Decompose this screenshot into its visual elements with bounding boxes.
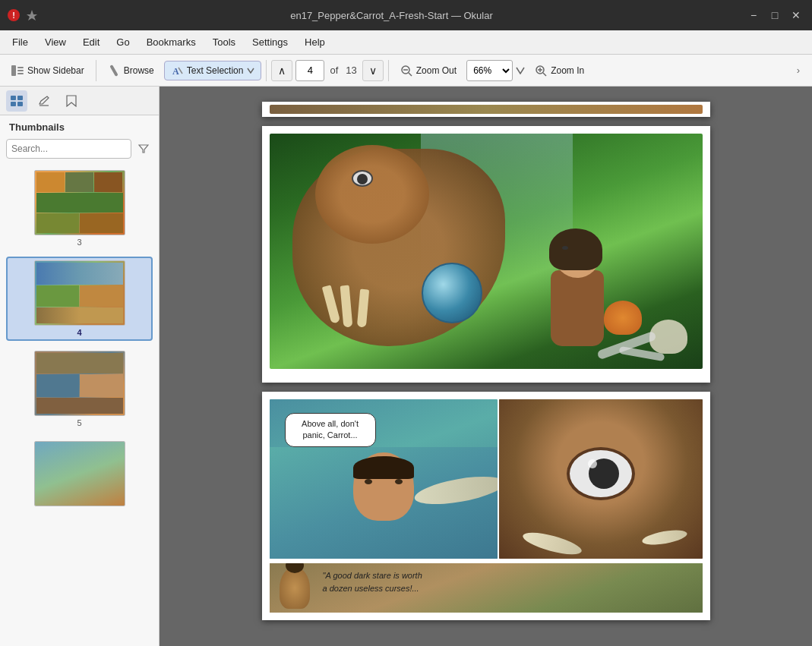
bookmarks-button[interactable]	[61, 90, 82, 112]
titlebar: ! en17_Pepper&Carrot_A-Fresh-Start — Oku…	[0, 0, 812, 30]
thumbnail-label-3: 3	[77, 238, 81, 247]
page-above-partial	[262, 102, 710, 117]
sidebar-icon	[11, 65, 24, 76]
nav-up-button[interactable]: ∧	[271, 60, 292, 81]
window-controls: − □ ✕	[744, 5, 806, 25]
toolbar: Show Sidebar Browse A Text Selection ∧ o…	[0, 55, 812, 87]
show-sidebar-button[interactable]: Show Sidebar	[5, 61, 91, 80]
panel-girl-closeup: Above all, don't panic, Carrot...	[270, 399, 498, 559]
thumbnails-list: 3 4	[0, 162, 159, 646]
thumbnail-image-3	[34, 170, 125, 235]
page-number-input[interactable]	[295, 60, 324, 81]
page-content: Above all, don't panic, Carrot...	[262, 102, 710, 631]
svg-rect-3	[17, 67, 24, 68]
menu-item-edit[interactable]: Edit	[75, 33, 107, 51]
svg-rect-5	[17, 73, 24, 74]
thumbnail-label-4: 4	[77, 328, 81, 337]
svg-line-9	[409, 73, 412, 76]
thumbnail-page-5[interactable]: 5	[6, 347, 153, 431]
toolbar-expand-button[interactable]: ›	[789, 57, 807, 84]
toolbar-separator-3	[388, 60, 389, 81]
close-button[interactable]: ✕	[786, 5, 806, 25]
search-input[interactable]	[6, 139, 131, 159]
zoom-select[interactable]: 66% 50% 75% 100% 125% 150%	[466, 60, 513, 81]
svg-line-7	[179, 68, 182, 74]
main-page-panel	[262, 126, 710, 383]
zoom-in-icon	[535, 65, 547, 77]
thumbnail-image-6	[34, 441, 125, 506]
svg-rect-4	[17, 70, 24, 71]
browse-icon	[108, 65, 120, 77]
zoom-out-button[interactable]: Zoom Out	[393, 61, 463, 80]
speech-bubble: Above all, don't panic, Carrot...	[285, 413, 376, 447]
main-area: Thumbnails 3	[0, 87, 812, 646]
svg-rect-15	[11, 96, 16, 100]
svg-text:A: A	[172, 66, 179, 77]
toolbar-separator-1	[96, 60, 96, 81]
thumbnail-page-4[interactable]: 4	[6, 257, 153, 341]
text-selection-icon: A	[171, 65, 183, 77]
window-title: en17_Pepper&Carrot_A-Fresh-Start — Okula…	[44, 10, 739, 21]
search-box-wrap	[0, 136, 159, 162]
menu-item-bookmarks[interactable]: Bookmarks	[139, 33, 204, 51]
menubar: FileViewEditGoBookmarksToolsSettingsHelp	[0, 30, 812, 55]
minimize-button[interactable]: −	[744, 5, 763, 25]
annotations-button[interactable]	[33, 90, 55, 112]
menu-item-file[interactable]: File	[5, 33, 36, 51]
svg-rect-18	[17, 102, 23, 106]
svg-text:!: !	[12, 11, 15, 20]
toolbar-separator-2	[266, 60, 267, 81]
sidebar-secondary-toolbar	[0, 87, 160, 115]
maximize-button[interactable]: □	[765, 5, 785, 25]
two-panel-row: Above all, don't panic, Carrot...	[270, 399, 703, 559]
menu-item-view[interactable]: View	[37, 33, 74, 51]
svg-rect-17	[11, 102, 16, 106]
thumbnail-image-5	[34, 351, 125, 416]
sidebar-title: Thumbnails	[0, 115, 159, 136]
main-illustration	[270, 134, 703, 369]
total-pages-label: 13	[346, 65, 356, 76]
menu-item-settings[interactable]: Settings	[245, 33, 295, 51]
app-icon-pin[interactable]	[24, 8, 39, 23]
second-page-panel: Above all, don't panic, Carrot...	[262, 392, 710, 620]
thumbnail-page-6[interactable]	[6, 437, 153, 512]
dropdown-arrow-icon	[247, 68, 254, 74]
nav-down-button[interactable]: ∨	[362, 60, 384, 81]
bottom-strip-text: "A good dark stare is worth a dozen usel…	[323, 569, 422, 594]
svg-rect-2	[11, 65, 16, 76]
svg-line-12	[543, 73, 546, 76]
text-selection-button[interactable]: A Text Selection	[164, 61, 262, 80]
menu-item-help[interactable]: Help	[297, 33, 333, 51]
menu-item-go[interactable]: Go	[109, 33, 137, 51]
zoom-in-button[interactable]: Zoom In	[528, 61, 591, 80]
app-icons: !	[6, 8, 39, 23]
sidebar: Thumbnails 3	[0, 87, 160, 646]
zoom-out-icon	[400, 65, 412, 77]
filter-button[interactable]	[134, 140, 153, 158]
menu-item-tools[interactable]: Tools	[205, 33, 243, 51]
viewer-area[interactable]: Above all, don't panic, Carrot...	[160, 87, 812, 646]
zoom-dropdown-icon	[516, 67, 525, 74]
thumbnail-image-4	[34, 260, 125, 326]
svg-rect-16	[17, 96, 23, 100]
thumbnail-page-3[interactable]: 3	[6, 166, 153, 251]
app-icon-red: !	[6, 8, 21, 23]
thumbnails-button[interactable]	[6, 90, 27, 112]
panel-creature-eye	[499, 399, 703, 559]
bottom-strip-panel: "A good dark stare is worth a dozen usel…	[270, 563, 703, 613]
page-of-label: of	[330, 65, 338, 76]
browse-button[interactable]: Browse	[101, 61, 161, 80]
thumbnail-label-5: 5	[77, 418, 81, 427]
